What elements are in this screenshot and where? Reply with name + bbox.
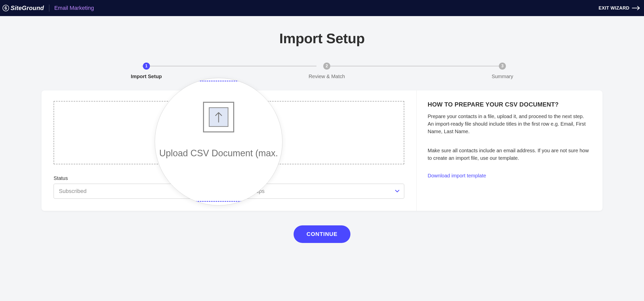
stepper: 1 Import Setup 2 Review & Match 3 Summar… [128,63,516,79]
help-para-1: Prepare your contacts in a file, upload … [428,113,590,135]
divider [49,5,49,12]
help-panel: HOW TO PREPARE YOUR CSV DOCUMENT? Prepar… [416,90,602,211]
continue-button[interactable]: CONTINUE [294,225,351,243]
step-label: Review & Match [309,74,345,79]
upload-icon [203,102,234,132]
step-dot: 1 [143,63,150,70]
app-name[interactable]: Email Marketing [54,5,94,11]
help-para-2: Make sure all contacts include an email … [428,147,590,162]
download-template-link[interactable]: Download import template [428,173,486,179]
step-dot: 3 [499,63,506,70]
exit-wizard-label: EXIT WIZARD [599,6,630,11]
main-card: Status Subscribed ps ect groups HOW TO P… [42,90,602,211]
page-title: Import Setup [0,30,644,46]
step-1[interactable]: 1 Import Setup [131,63,162,79]
step-label: Import Setup [131,74,162,79]
logo-text: SiteGround [11,5,44,12]
help-text: Prepare your contacts in a file, upload … [428,113,590,162]
upload-text: Upload CSV Document (max. [159,148,278,159]
arrow-right-icon [632,6,640,10]
step-dot: 2 [323,63,330,70]
upload-icon-inner [209,107,228,127]
logo-mark-icon: 6 [3,5,9,11]
step-2[interactable]: 2 Review & Match [309,63,345,79]
topbar: 6 SiteGround Email Marketing EXIT WIZARD [0,0,644,16]
step-line [142,66,316,66]
magnifier-overlay: Upload CSV Document (max. [155,78,283,206]
brand-logo[interactable]: 6 SiteGround [3,5,44,12]
exit-wizard-button[interactable]: EXIT WIZARD [599,6,640,11]
help-title: HOW TO PREPARE YOUR CSV DOCUMENT? [428,101,590,108]
step-label: Summary [492,74,513,79]
step-line [328,66,502,66]
step-3[interactable]: 3 Summary [492,63,513,79]
magnifier-dash-top [155,81,282,81]
continue-row: CONTINUE [0,225,644,243]
chevron-down-icon [395,190,399,193]
status-value: Subscribed [59,188,87,194]
